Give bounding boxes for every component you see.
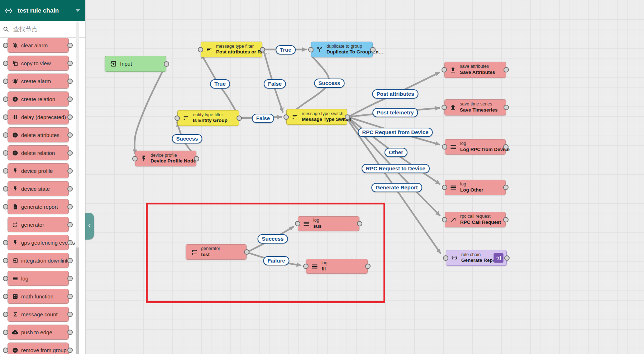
connector-dot[interactable] [3,294,8,299]
connector-dot[interactable] [132,156,138,161]
edge-label-success[interactable]: Success [172,134,202,143]
palette-node-push-to-edge[interactable]: push to edge [8,325,69,340]
edge-label-false[interactable]: False [264,79,286,89]
edge-label-post-telemetry[interactable]: Post telemetry [372,108,418,117]
connector-dot[interactable] [3,348,8,353]
node-generator-test[interactable]: generatortest [186,244,247,260]
connector-dot[interactable] [260,47,265,52]
node-device-profile[interactable]: device profileDevice Profile Node [135,151,196,166]
connector-dot[interactable] [3,168,8,174]
connector-dot[interactable] [67,258,73,263]
connector-dot[interactable] [308,47,314,52]
connector-dot[interactable] [357,221,362,226]
connector-dot[interactable] [503,144,509,150]
palette-node-delete-attributes[interactable]: delete attributes [8,127,69,142]
palette-node-log[interactable]: log [8,271,69,286]
connector-dot[interactable] [67,61,73,66]
palette-node-delete-relation[interactable]: delete relation [8,145,69,160]
node-input[interactable]: Input [105,56,166,72]
connector-dot[interactable] [3,96,8,102]
edge-label-success[interactable]: Success [258,234,288,244]
edge-label-rpc-request-to-device[interactable]: RPC Request to Device [362,164,430,173]
edge-label-post-attributes[interactable]: Post attributes [372,89,418,99]
node-entity-type-filter[interactable]: entity type filterIs Entity Group [177,110,239,126]
connector-dot[interactable] [503,217,509,222]
connector-dot[interactable] [67,114,73,120]
node-save-attributes[interactable]: save attributesSave Attributes [444,62,506,78]
connector-dot[interactable] [67,348,73,353]
connector-dot[interactable] [3,312,8,317]
rule-chain-header[interactable]: test rule chain [0,0,85,21]
node-log-fil[interactable]: logfil [306,259,368,274]
connector-dot[interactable] [345,114,350,120]
connector-dot[interactable] [3,61,8,66]
connector-dot[interactable] [504,67,509,72]
edge-label-true[interactable]: True [276,45,296,55]
palette-node-create-relation[interactable]: create relation [8,91,69,107]
open-rule-chain-button[interactable] [493,253,504,263]
sidebar-scrollbar-thumb[interactable] [76,247,79,354]
connector-dot[interactable] [67,312,73,317]
connector-dot[interactable] [3,240,8,245]
connector-dot[interactable] [67,79,73,84]
connector-dot[interactable] [198,47,203,52]
connector-dot[interactable] [67,222,73,227]
edge-label-rpc-request-from-device[interactable]: RPC Request from Device [358,128,433,137]
connector-dot[interactable] [3,150,8,156]
connector-dot[interactable] [3,79,8,84]
edge-label-generate-report[interactable]: Generate Report [371,183,422,192]
connector-dot[interactable] [244,249,249,255]
palette-node-generate-report[interactable]: generate report [8,199,69,214]
palette-node-device-profile[interactable]: device profile [8,163,69,178]
connector-dot[interactable] [67,43,73,48]
connector-dot[interactable] [67,330,73,335]
palette-node-device-state[interactable]: device state [8,181,69,196]
connector-dot[interactable] [365,264,371,269]
connector-dot[interactable] [67,276,73,281]
connector-dot[interactable] [503,185,509,190]
node-rule-chain-generate-report[interactable]: rule chainGenerate Report [446,250,507,266]
connector-dot[interactable] [3,330,8,335]
connector-dot[interactable] [67,186,73,192]
connector-dot[interactable] [442,105,447,110]
palette-node-copy-to-view[interactable]: copy to view [8,56,69,71]
connector-dot[interactable] [67,132,73,138]
edge-label-failure[interactable]: Failure [263,256,289,265]
node-log-sus[interactable]: logsus [298,216,359,231]
connector-dot[interactable] [443,255,448,261]
connector-dot[interactable] [3,276,8,281]
node-save-timeseries[interactable]: save time seriesSave Timeseries [444,99,506,115]
connector-dot[interactable] [67,168,73,174]
connector-dot[interactable] [370,47,376,52]
connector-dot[interactable] [295,221,300,226]
connector-dot[interactable] [303,264,309,269]
node-log-other[interactable]: logLog Other [445,180,506,195]
connector-dot[interactable] [3,258,8,263]
palette-node-math-function[interactable]: math function [8,289,69,304]
edge-label-true[interactable]: True [210,79,230,89]
connector-dot[interactable] [67,150,73,156]
connector-dot[interactable] [67,240,73,245]
palette-node-clear-alarm[interactable]: clear alarm [8,38,69,53]
connector-dot[interactable] [237,115,242,121]
edge-label-false[interactable]: False [252,114,274,123]
connector-dot[interactable] [194,156,199,161]
connector-dot[interactable] [442,217,447,222]
connector-dot[interactable] [67,96,73,102]
node-message-type-switch[interactable]: message type switchMessage Type Switch [286,109,347,125]
palette-node-integration-downlink[interactable]: integration downlink [8,253,69,268]
connector-dot[interactable] [3,43,8,48]
connector-dot[interactable] [3,186,8,192]
connector-dot[interactable] [283,114,289,120]
search-input[interactable] [13,25,71,33]
palette-node-message-count[interactable]: message count [8,307,69,322]
palette-node-create-alarm[interactable]: create alarm [8,74,69,89]
connector-dot[interactable] [164,61,169,67]
connector-dot[interactable] [442,67,447,72]
connector-dot[interactable] [504,255,510,261]
palette-node-generator[interactable]: generator [8,217,69,232]
connector-dot[interactable] [3,204,8,209]
palette-node-gps-geofencing-events[interactable]: gps geofencing events [8,235,69,250]
connector-dot[interactable] [67,294,73,299]
palette-node-remove-from-group[interactable]: remove from group [8,343,69,354]
